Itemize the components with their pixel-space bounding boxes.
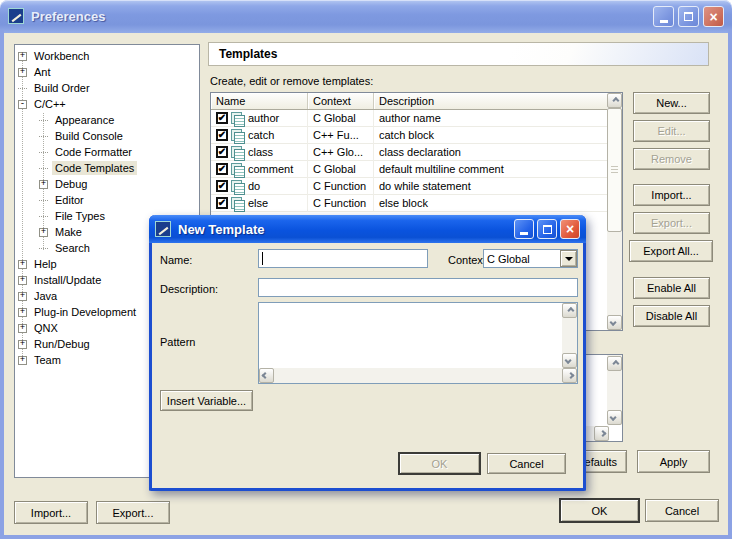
scrollbar-thumb[interactable]	[607, 108, 622, 232]
tree-item-workbench[interactable]: +Workbench	[15, 48, 199, 64]
preferences-window-icon	[8, 8, 24, 24]
chevron-right-icon	[567, 372, 574, 379]
context-dropdown[interactable]: C Global	[483, 249, 578, 268]
chevron-up-icon	[567, 307, 574, 314]
import-templates-button[interactable]: Import...	[633, 184, 710, 206]
cancel-button[interactable]: Cancel	[645, 499, 719, 522]
description-label: Description:	[160, 283, 218, 295]
expand-icon[interactable]: +	[18, 260, 27, 269]
checkbox-checked[interactable]: ✔	[216, 129, 228, 141]
remove-button[interactable]: Remove	[633, 148, 710, 170]
column-header-description[interactable]: Description	[374, 93, 607, 109]
tree-item-build-order[interactable]: Build Order	[15, 80, 199, 96]
template-icon	[231, 129, 244, 142]
title-bar[interactable]: Preferences ×	[0, 0, 732, 33]
pattern-vertical-scrollbar[interactable]	[562, 303, 577, 368]
expand-icon[interactable]: +	[18, 276, 27, 285]
template-icon	[231, 146, 244, 159]
scroll-down-button[interactable]	[562, 353, 577, 368]
text-caret	[262, 252, 263, 265]
expand-icon[interactable]: +	[18, 340, 27, 349]
table-row-class[interactable]: ✔class C++ Glo... class declaration	[211, 144, 607, 161]
import-preferences-button[interactable]: Import...	[14, 501, 88, 524]
modal-close-button[interactable]: ×	[560, 219, 580, 239]
enable-all-button[interactable]: Enable All	[633, 277, 710, 299]
dropdown-button[interactable]	[560, 250, 577, 267]
scroll-up-button[interactable]	[607, 93, 622, 108]
preview-vertical-scrollbar[interactable]	[607, 355, 622, 425]
expand-icon[interactable]: +	[18, 356, 27, 365]
table-scrollbar[interactable]	[607, 93, 622, 330]
export-all-button[interactable]: Export All...	[629, 240, 713, 262]
tree-stub	[18, 88, 27, 89]
collapse-icon[interactable]: -	[18, 100, 27, 109]
table-row-do[interactable]: ✔do C Function do while statement	[211, 178, 607, 195]
page-title: Templates	[208, 42, 709, 66]
window-frame-bottom	[0, 535, 732, 539]
checkbox-checked[interactable]: ✔	[216, 112, 228, 124]
insert-variable-button[interactable]: Insert Variable...	[160, 390, 253, 411]
modal-title: New Template	[178, 222, 264, 237]
expand-icon[interactable]: +	[18, 324, 27, 333]
tree-item-code-formatter[interactable]: Code Formatter	[15, 144, 199, 160]
scroll-down-button[interactable]	[607, 410, 622, 425]
tree-item-c-cpp[interactable]: -C/C++	[15, 96, 199, 112]
close-icon: ×	[709, 10, 717, 24]
scroll-left-button[interactable]	[259, 368, 274, 383]
new-button[interactable]: New...	[633, 92, 710, 114]
scroll-right-button[interactable]	[594, 426, 609, 441]
expand-icon[interactable]: +	[18, 308, 27, 317]
expand-icon[interactable]: +	[39, 180, 48, 189]
new-template-window-icon	[155, 221, 171, 237]
description-input[interactable]	[258, 278, 578, 297]
close-button[interactable]: ×	[703, 6, 724, 27]
modal-cancel-button[interactable]: Cancel	[487, 453, 566, 474]
scroll-up-button[interactable]	[562, 303, 577, 318]
minimize-button[interactable]	[653, 6, 674, 27]
name-input[interactable]	[258, 249, 428, 268]
scroll-right-button[interactable]	[562, 368, 577, 383]
chevron-down-icon	[610, 414, 617, 421]
expand-icon[interactable]: +	[18, 292, 27, 301]
maximize-icon	[543, 225, 552, 234]
expand-icon[interactable]: +	[39, 228, 48, 237]
tree-item-appearance[interactable]: Appearance	[15, 112, 199, 128]
tree-item-editor[interactable]: Editor	[15, 192, 199, 208]
table-row-author[interactable]: ✔author C Global author name	[211, 110, 607, 127]
checkbox-checked[interactable]: ✔	[216, 146, 228, 158]
column-header-name[interactable]: Name	[211, 93, 308, 109]
column-header-context[interactable]: Context	[308, 93, 374, 109]
edit-button[interactable]: Edit...	[633, 120, 710, 142]
modal-maximize-button[interactable]	[537, 219, 557, 239]
pattern-horizontal-scrollbar[interactable]	[259, 368, 577, 383]
tree-stub	[39, 200, 48, 201]
chevron-down-icon	[565, 357, 572, 364]
apply-button[interactable]: Apply	[637, 450, 710, 473]
tree-item-code-templates[interactable]: Code Templates	[15, 160, 199, 176]
modal-ok-button[interactable]: OK	[399, 453, 480, 474]
table-row-catch[interactable]: ✔catch C++ Fu... catch block	[211, 127, 607, 144]
expand-icon[interactable]: +	[18, 52, 27, 61]
modal-minimize-button[interactable]	[514, 219, 534, 239]
tree-item-ant[interactable]: +Ant	[15, 64, 199, 80]
disable-all-button[interactable]: Disable All	[633, 305, 710, 327]
maximize-button[interactable]	[678, 6, 699, 27]
tree-stub	[39, 136, 48, 137]
table-row-comment[interactable]: ✔comment C Global default multiline comm…	[211, 161, 607, 178]
pattern-textarea[interactable]	[258, 302, 578, 384]
export-preferences-button[interactable]: Export...	[96, 501, 170, 524]
scroll-down-button[interactable]	[607, 315, 622, 330]
chevron-left-icon	[262, 372, 269, 379]
checkbox-checked[interactable]: ✔	[216, 197, 228, 209]
tree-item-debug[interactable]: +Debug	[15, 176, 199, 192]
table-row-else[interactable]: ✔else C Function else block	[211, 195, 607, 212]
modal-title-bar[interactable]: New Template ×	[149, 215, 586, 243]
checkbox-checked[interactable]: ✔	[216, 163, 228, 175]
preferences-window: Preferences × +Workbench +Ant Build Orde…	[0, 0, 732, 539]
tree-item-build-console[interactable]: Build Console	[15, 128, 199, 144]
checkbox-checked[interactable]: ✔	[216, 180, 228, 192]
export-templates-button[interactable]: Export...	[633, 212, 710, 234]
scroll-up-button[interactable]	[607, 356, 622, 371]
ok-button[interactable]: OK	[560, 499, 639, 522]
expand-icon[interactable]: +	[18, 68, 27, 77]
